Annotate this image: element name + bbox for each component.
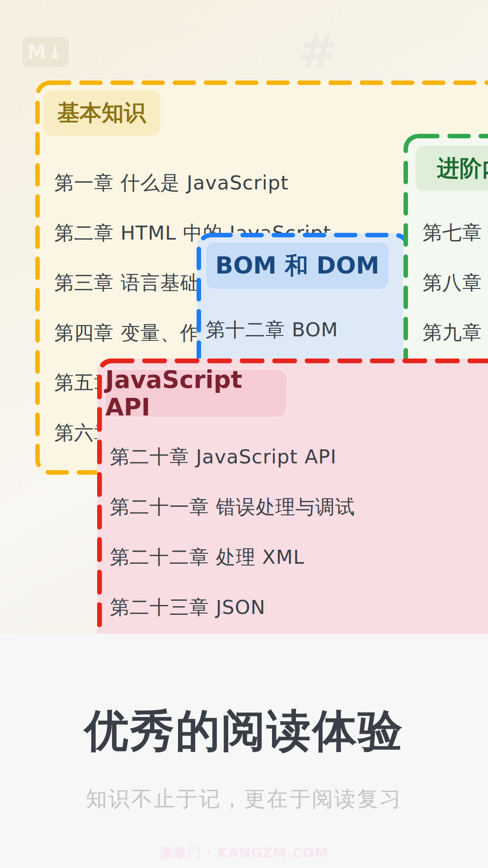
chapter-item: 第二十三章 JSON [110,582,355,632]
badge-advanced: 进阶内容 [414,145,488,192]
chapter-item: 第八章 对象、类与面向对象编程 [422,258,488,308]
hash-icon: # [298,24,338,79]
hero-section: M↓ # 基本知识 第一章 什么是 JavaScript 第二章 HTML 中的… [0,0,488,634]
chapter-item: 第九章 代理与反射 [422,308,488,358]
chapter-item: 第七章 迭代器与生成器 [422,208,488,258]
chapter-list-bom-dom: 第十二章 BOM [206,305,338,355]
section-subtitle: 知识不止于记，更在于阅读复习 [0,785,488,813]
markdown-icon: M↓ [23,37,69,67]
card-js-api: JavaScript API 第二十章 JavaScript API 第二十一章… [97,359,488,634]
chapter-item: 第一章 什么是 JavaScript [54,158,331,208]
badge-basics: 基本知识 [42,89,161,137]
chapter-item: 第十二章 BOM [206,305,338,355]
section-title: 优秀的阅读体验 [0,702,488,761]
chapter-item: 第二十一章 错误处理与调试 [110,482,355,532]
badge-bom-dom: BOM 和 DOM [205,241,390,290]
watermark: 康掌门 · KANGZM.COM [0,844,488,863]
chapter-list-js-api: 第二十章 JavaScript API 第二十一章 错误处理与调试 第二十二章 … [110,432,355,632]
app-screen: M↓ # 基本知识 第一章 什么是 JavaScript 第二章 HTML 中的… [0,0,488,868]
footer-section: 优秀的阅读体验 知识不止于记，更在于阅读复习 康掌门 · KANGZM.COM [0,634,488,868]
badge-js-api: JavaScript API [104,368,288,418]
chapter-item: 第二十章 JavaScript API [110,432,355,482]
chapter-list-advanced: 第七章 迭代器与生成器 第八章 对象、类与面向对象编程 第九章 代理与反射 [422,208,488,358]
chapter-item: 第二十二章 处理 XML [110,532,355,582]
